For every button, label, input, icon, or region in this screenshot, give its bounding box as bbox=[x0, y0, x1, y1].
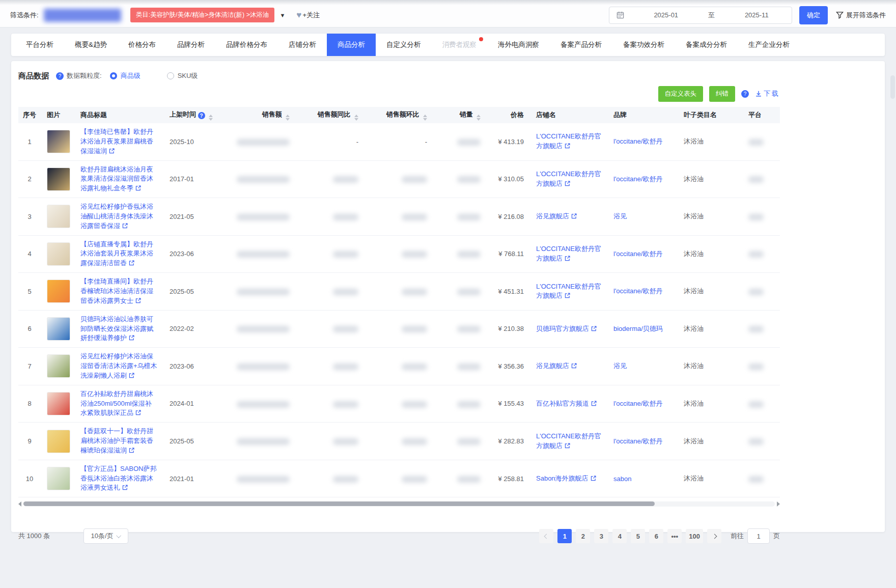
external-link-icon[interactable] bbox=[135, 409, 142, 416]
brand-link[interactable]: 浴见 bbox=[613, 362, 627, 370]
product-title-link[interactable]: 贝德玛沐浴油以油养肤可卸防晒长效保湿沐浴露赋妍舒缓滋养修护 bbox=[80, 315, 153, 342]
product-title-link[interactable]: 百亿补贴欧舒丹甜扁桃沐浴油250ml/500ml保湿补水紧致肌肤深正品 bbox=[80, 390, 153, 417]
column-header-销量[interactable]: 销量 bbox=[433, 107, 487, 123]
store-link[interactable]: L'OCCITANE欧舒丹官方旗舰店 bbox=[536, 245, 601, 262]
product-title-link[interactable]: 浴见红松籽修护沐浴油保湿留香清洁沐浴露+乌檀木洗澡刷懒人浴刷 bbox=[80, 352, 157, 379]
external-link-icon[interactable] bbox=[564, 143, 571, 149]
product-image[interactable] bbox=[47, 430, 70, 453]
scroll-left-arrow-icon[interactable] bbox=[18, 501, 21, 507]
page-size-select[interactable]: 10条/页 bbox=[83, 528, 128, 544]
external-link-icon[interactable] bbox=[591, 325, 597, 332]
tab-备案产品分析[interactable]: 备案产品分析 bbox=[550, 34, 612, 56]
product-image[interactable] bbox=[47, 205, 70, 228]
tab-海外电商洞察[interactable]: 海外电商洞察 bbox=[487, 34, 550, 56]
store-link[interactable]: L'OCCITANE欧舒丹官方旗舰店 bbox=[536, 170, 601, 187]
product-title-link[interactable]: 浴见红松籽修护香氛沐浴油醒山桃清洁身体洗澡沐浴露留香保湿 bbox=[80, 203, 153, 230]
external-link-icon[interactable] bbox=[564, 442, 571, 449]
brand-link[interactable]: sabon bbox=[613, 475, 631, 483]
product-image[interactable] bbox=[47, 354, 70, 378]
side-widget-handle[interactable] bbox=[890, 75, 895, 99]
external-link-icon[interactable] bbox=[128, 260, 135, 266]
sort-icon[interactable] bbox=[477, 115, 481, 121]
help-icon[interactable]: ? bbox=[198, 112, 205, 119]
store-link[interactable]: 浴见旗舰店 bbox=[536, 212, 577, 220]
product-image[interactable] bbox=[47, 242, 70, 266]
scroll-right-arrow-icon[interactable] bbox=[777, 501, 780, 507]
brand-link[interactable]: l'occitane/欧舒丹 bbox=[613, 437, 662, 445]
page-button-3[interactable]: 3 bbox=[594, 529, 608, 543]
brand-link[interactable]: l'occitane/欧舒丹 bbox=[613, 287, 662, 295]
radio-product-level[interactable]: 商品级 bbox=[110, 71, 141, 80]
help-icon[interactable]: ? bbox=[741, 90, 749, 98]
redacted-filter-value[interactable] bbox=[44, 9, 121, 22]
page-button-100[interactable]: 100 bbox=[686, 529, 703, 543]
column-header-销售额[interactable]: 销售额 bbox=[217, 107, 296, 123]
external-link-icon[interactable] bbox=[590, 475, 597, 482]
external-link-icon[interactable] bbox=[564, 180, 571, 187]
correction-button[interactable]: 纠错 bbox=[709, 86, 735, 102]
column-header-上架时间[interactable]: 上架时间 ? bbox=[163, 107, 217, 123]
tab-品牌价格分布[interactable]: 品牌价格分布 bbox=[215, 34, 278, 56]
product-title-link[interactable]: 【店铺直播专属】欧舒丹沐浴油套装月夜浆果沐浴露保湿清洁留香 bbox=[80, 240, 153, 267]
page-button-1[interactable]: 1 bbox=[557, 529, 572, 543]
product-image[interactable] bbox=[47, 279, 70, 303]
category-filter-tag[interactable]: 类目:美容护肤/美体/精油>身体清洁(新) >沐浴油 bbox=[130, 8, 275, 22]
tab-自定义分析[interactable]: 自定义分析 bbox=[376, 34, 432, 56]
help-icon[interactable]: ? bbox=[56, 72, 64, 80]
sort-icon[interactable] bbox=[286, 115, 290, 121]
brand-link[interactable]: l'occitane/欧舒丹 bbox=[613, 400, 662, 407]
external-link-icon[interactable] bbox=[122, 484, 128, 491]
page-button-5[interactable]: 5 bbox=[631, 529, 645, 543]
next-page-button[interactable] bbox=[707, 529, 721, 543]
store-link[interactable]: 浴见旗舰店 bbox=[536, 362, 577, 370]
product-title-link[interactable]: 【香菇双十一】欧舒丹甜扁桃沐浴油护手霜套装香橼琥珀保湿滋润 bbox=[80, 427, 153, 454]
tab-备案功效分析[interactable]: 备案功效分析 bbox=[612, 34, 675, 56]
tab-生产企业分析[interactable]: 生产企业分析 bbox=[738, 34, 800, 56]
product-image[interactable] bbox=[47, 317, 70, 341]
product-title-link[interactable]: 【李佳琦直播间】欧舒丹香橼琥珀沐浴油清洁保湿留香沐浴露男女士 bbox=[80, 277, 153, 304]
date-range-picker[interactable]: 至 bbox=[609, 7, 792, 24]
external-link-icon[interactable] bbox=[564, 255, 571, 262]
brand-link[interactable]: l'occitane/欧舒丹 bbox=[613, 175, 662, 183]
external-link-icon[interactable] bbox=[571, 362, 577, 369]
external-link-icon[interactable] bbox=[135, 297, 142, 304]
date-start-input[interactable] bbox=[638, 11, 694, 19]
product-image[interactable] bbox=[47, 467, 70, 490]
brand-link[interactable]: 浴见 bbox=[613, 212, 627, 220]
product-title-link[interactable]: 【官方正品】SABON萨邦香氛沐浴油白茶沐浴露沐浴液男女送礼 bbox=[80, 465, 157, 492]
external-link-icon[interactable] bbox=[564, 292, 571, 299]
tab-消费者观察[interactable]: 消费者观察 bbox=[432, 34, 488, 56]
scrollbar-thumb[interactable] bbox=[23, 501, 655, 506]
date-end-input[interactable] bbox=[729, 11, 785, 19]
external-link-icon[interactable] bbox=[128, 447, 135, 454]
column-header-销售额同比[interactable]: 销售额同比 bbox=[296, 107, 365, 123]
tab-店铺分析[interactable]: 店铺分析 bbox=[278, 34, 327, 56]
product-title-link[interactable]: 【李佳琦已售罄】欧舒丹沐浴油月夜浆果甜扁桃香保湿滋润 bbox=[80, 128, 153, 155]
follow-button[interactable]: ♥ +关注 bbox=[296, 10, 320, 20]
tab-概要&趋势[interactable]: 概要&趋势 bbox=[64, 34, 118, 56]
external-link-icon[interactable] bbox=[128, 372, 135, 379]
external-link-icon[interactable] bbox=[128, 334, 135, 341]
download-button[interactable]: 下载 bbox=[755, 89, 780, 98]
store-link[interactable]: 贝德玛官方旗舰店 bbox=[536, 325, 597, 332]
brand-link[interactable]: bioderma/贝德玛 bbox=[613, 325, 663, 332]
store-link[interactable]: 百亿补贴官方频道 bbox=[536, 400, 597, 407]
more-pages-button[interactable]: ••• bbox=[667, 529, 682, 543]
store-link[interactable]: L'OCCITANE欧舒丹官方旗舰店 bbox=[536, 283, 601, 300]
radio-sku-level[interactable]: SKU级 bbox=[167, 71, 198, 80]
scrollbar-track[interactable] bbox=[23, 501, 775, 507]
product-image[interactable] bbox=[47, 130, 70, 153]
tab-价格分布[interactable]: 价格分布 bbox=[118, 34, 166, 56]
page-button-2[interactable]: 2 bbox=[576, 529, 590, 543]
store-link[interactable]: L'OCCITANE欧舒丹官方旗舰店 bbox=[536, 132, 601, 150]
store-link[interactable]: Sabon海外旗舰店 bbox=[536, 474, 597, 482]
expand-filters-button[interactable]: 展开筛选条件 bbox=[836, 11, 886, 20]
column-header-销售额环比[interactable]: 销售额环比 bbox=[365, 107, 433, 123]
external-link-icon[interactable] bbox=[135, 185, 142, 191]
product-image[interactable] bbox=[47, 167, 70, 191]
product-title-link[interactable]: 欧舒丹甜扁桃沐浴油月夜浆果清洁保湿滋润留香沐浴露礼物礼盒冬季 bbox=[80, 165, 153, 192]
tab-品牌分析[interactable]: 品牌分析 bbox=[166, 34, 215, 56]
goto-page-input[interactable] bbox=[747, 528, 770, 544]
chevron-down-icon[interactable]: ▼ bbox=[279, 12, 285, 18]
sort-icon[interactable] bbox=[209, 115, 213, 121]
